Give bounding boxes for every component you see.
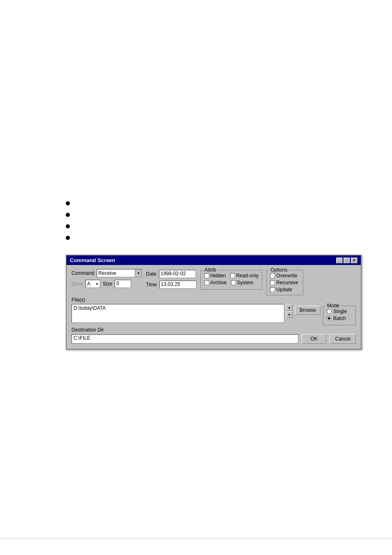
drive-arrow[interactable]: ▼ bbox=[95, 282, 99, 286]
overwrite-label: Overwrite bbox=[276, 273, 297, 279]
date-value: 1998-02-02 bbox=[161, 271, 186, 276]
files-textarea[interactable]: D:\today\DATA bbox=[71, 304, 284, 323]
destination-value: C:\FILE bbox=[74, 335, 90, 341]
dialog-title: Command Screen bbox=[70, 257, 115, 263]
readonly-checkbox-item[interactable]: Read-only bbox=[230, 273, 259, 279]
date-input[interactable]: 1998-02-02 bbox=[159, 270, 196, 278]
drive-select[interactable]: A ▼ bbox=[85, 280, 100, 288]
system-checkbox-item[interactable]: System bbox=[231, 280, 254, 286]
mode-group: Mode Single Batch bbox=[323, 306, 356, 325]
titlebar-controls: _ □ ✕ bbox=[336, 258, 357, 263]
destination-section: Destination Dir C:\FILE OK Cancel bbox=[71, 327, 356, 344]
command-drive-section: Command Receive ▼ Drive A ▼ Size 0 bbox=[71, 269, 142, 290]
time-value: 13.03.25 bbox=[161, 281, 180, 287]
files-value: D:\today\DATA bbox=[74, 305, 106, 311]
bullet-dot bbox=[66, 236, 70, 240]
close-button[interactable]: ✕ bbox=[351, 258, 357, 263]
bullet-list bbox=[66, 201, 74, 247]
attrib-group: Attrib Hidden Read-only Archive bbox=[201, 270, 263, 290]
command-screen-dialog: Command Screen _ □ ✕ Command Receive ▼ bbox=[66, 255, 362, 350]
overwrite-checkbox[interactable] bbox=[270, 273, 275, 278]
scroll-up-button[interactable]: ▲ bbox=[286, 304, 293, 311]
command-dropdown-arrow[interactable]: ▼ bbox=[135, 269, 141, 277]
hidden-checkbox[interactable] bbox=[204, 273, 209, 278]
archive-label: Archive bbox=[210, 280, 227, 286]
files-scroll-buttons: ▲ ▼ bbox=[286, 304, 293, 323]
batch-radio[interactable] bbox=[327, 316, 332, 321]
recursive-checkbox[interactable] bbox=[270, 280, 275, 285]
dialog-body: Command Receive ▼ Drive A ▼ Size 0 bbox=[67, 265, 361, 349]
time-input[interactable]: 13.03.25 bbox=[159, 281, 196, 289]
readonly-label: Read-only bbox=[236, 273, 259, 279]
system-checkbox[interactable] bbox=[231, 280, 236, 285]
update-checkbox[interactable] bbox=[270, 287, 275, 292]
options-group-label: Options bbox=[269, 267, 288, 273]
overwrite-checkbox-item[interactable]: Overwrite bbox=[270, 273, 300, 279]
single-label: Single bbox=[333, 309, 347, 314]
date-time-section: Date 1998-02-02 Time 13.03.25 bbox=[146, 270, 196, 291]
cancel-button[interactable]: Cancel bbox=[330, 334, 356, 344]
dialog-titlebar: Command Screen _ □ ✕ bbox=[67, 256, 361, 265]
update-label: Update bbox=[276, 287, 292, 292]
size-label: Size bbox=[103, 281, 112, 287]
attrib-row-1: Hidden Read-only bbox=[204, 273, 259, 279]
archive-checkbox[interactable] bbox=[204, 280, 209, 285]
top-fields-row: Command Receive ▼ Drive A ▼ Size 0 bbox=[71, 269, 356, 295]
command-row: Command Receive ▼ bbox=[71, 269, 142, 277]
destination-row: C:\FILE OK Cancel bbox=[71, 334, 356, 344]
bullet-dot bbox=[66, 213, 70, 217]
destination-input[interactable]: C:\FILE bbox=[71, 334, 298, 343]
recursive-checkbox-item[interactable]: Recursive bbox=[270, 280, 300, 286]
time-row: Time 13.03.25 bbox=[146, 281, 196, 289]
files-right-section: Browse bbox=[295, 304, 321, 315]
archive-checkbox-item[interactable]: Archive bbox=[204, 280, 227, 286]
options-group: Options Overwrite Recursive Update bbox=[266, 270, 303, 295]
update-checkbox-item[interactable]: Update bbox=[270, 287, 300, 292]
minimize-button[interactable]: _ bbox=[336, 258, 343, 263]
command-select-wrap[interactable]: Receive ▼ bbox=[97, 269, 142, 277]
drive-value: A bbox=[87, 281, 90, 287]
readonly-checkbox[interactable] bbox=[230, 273, 235, 278]
hidden-checkbox-item[interactable]: Hidden bbox=[204, 273, 226, 279]
size-value: 0 bbox=[116, 281, 119, 286]
time-label: Time bbox=[146, 282, 157, 288]
single-radio-item[interactable]: Single bbox=[327, 309, 352, 314]
files-input-row: D:\today\DATA ▲ ▼ Browse Mode bbox=[71, 304, 356, 325]
browse-button[interactable]: Browse bbox=[295, 306, 321, 315]
date-label: Date bbox=[146, 271, 156, 277]
files-input-wrap: D:\today\DATA ▲ ▼ bbox=[71, 304, 293, 323]
command-value: Receive bbox=[97, 270, 135, 276]
system-label: System bbox=[237, 280, 254, 286]
size-input[interactable]: 0 bbox=[115, 280, 131, 288]
list-item bbox=[66, 213, 74, 217]
attrib-group-label: Attrib bbox=[203, 267, 217, 273]
list-item bbox=[66, 236, 74, 240]
bullet-dot bbox=[66, 224, 70, 228]
destination-label: Destination Dir bbox=[71, 327, 356, 333]
drive-label: Drive bbox=[71, 281, 83, 287]
recursive-label: Recursive bbox=[276, 280, 298, 286]
attrib-row-2: Archive System bbox=[204, 280, 259, 286]
single-radio[interactable] bbox=[327, 309, 332, 314]
list-item bbox=[66, 224, 74, 228]
bullet-dot bbox=[66, 201, 70, 205]
ok-button[interactable]: OK bbox=[302, 334, 326, 344]
drive-size-row: Drive A ▼ Size 0 bbox=[71, 280, 142, 288]
bottom-separator bbox=[0, 538, 392, 539]
files-section: File(s) D:\today\DATA ▲ ▼ Browse bbox=[71, 297, 356, 325]
scroll-down-button[interactable]: ▼ bbox=[286, 311, 293, 318]
list-item bbox=[66, 201, 74, 205]
batch-radio-item[interactable]: Batch bbox=[327, 315, 352, 321]
batch-label: Batch bbox=[333, 315, 346, 321]
files-label: File(s) bbox=[71, 297, 356, 303]
mode-group-label: Mode bbox=[326, 303, 341, 309]
command-label: Command bbox=[71, 270, 94, 276]
hidden-label: Hidden bbox=[210, 273, 226, 279]
restore-button[interactable]: □ bbox=[344, 258, 350, 263]
date-row: Date 1998-02-02 bbox=[146, 270, 196, 278]
